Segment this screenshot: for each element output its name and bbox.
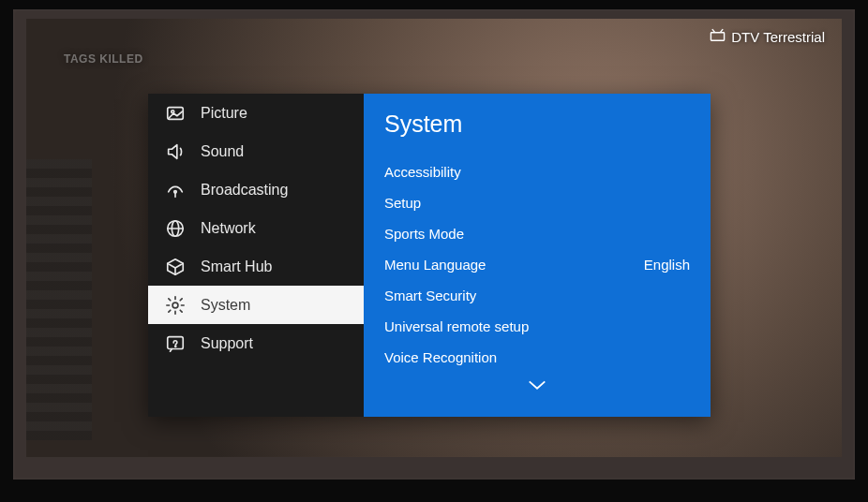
panel-item-list: AccessibilitySetupSports ModeMenu Langua… [384,156,690,373]
sound-icon [165,141,186,162]
sidebar-item-label: Support [201,335,253,352]
tv-frame: TAGS KILLED DTV Terrestrial PictureSound… [0,0,868,502]
sidebar-item-broadcasting[interactable]: Broadcasting [148,170,364,209]
panel-title: System [384,111,690,138]
sidebar-item-label: Network [201,220,256,237]
panel-item-label: Smart Security [384,288,476,303]
gear-icon [165,295,186,316]
settings-sidebar: PictureSoundBroadcastingNetworkSmart Hub… [148,94,364,417]
svg-point-12 [175,346,176,347]
sidebar-item-label: System [201,297,250,314]
settings-panel: System AccessibilitySetupSports ModeMenu… [364,94,711,417]
sidebar-item-label: Smart Hub [201,258,272,275]
satellite-icon [165,180,186,200]
panel-item-value: English [644,257,690,273]
chevron-down-icon [527,378,547,394]
panel-item-label: Setup [384,195,421,211]
cube-icon [165,257,186,277]
panel-item-accessibility[interactable]: Accessibility [384,156,690,187]
sidebar-item-label: Picture [201,105,247,122]
globe-icon [165,218,186,239]
tv-screen: TAGS KILLED DTV Terrestrial PictureSound… [26,19,842,457]
input-source-label: DTV Terrestrial [731,29,825,45]
sidebar-item-sound[interactable]: Sound [148,132,364,170]
input-source-badge: DTV Terrestrial [710,28,825,45]
settings-menu: PictureSoundBroadcastingNetworkSmart Hub… [148,94,711,417]
background-text: TAGS KILLED [64,52,143,66]
sidebar-item-picture[interactable]: Picture [148,94,364,132]
panel-item-voice-recognition[interactable]: Voice Recognition [384,342,690,373]
scroll-down-button[interactable] [527,378,547,395]
tv-antenna-icon [710,28,726,45]
picture-icon [165,103,186,124]
sidebar-item-network[interactable]: Network [148,209,364,247]
sidebar-item-label: Sound [201,143,244,160]
sidebar-item-system[interactable]: System [148,286,364,324]
panel-item-setup[interactable]: Setup [384,187,690,218]
panel-item-smart-security[interactable]: Smart Security [384,280,690,311]
panel-item-menu-language[interactable]: Menu LanguageEnglish [384,249,690,280]
svg-rect-0 [711,33,725,41]
panel-item-label: Accessibility [384,164,461,180]
sidebar-item-smart-hub[interactable]: Smart Hub [148,247,364,286]
svg-point-10 [172,303,178,308]
support-icon [165,333,186,354]
panel-item-label: Sports Mode [384,226,464,242]
panel-item-label: Universal remote setup [384,318,529,334]
panel-item-universal-remote-setup[interactable]: Universal remote setup [384,311,690,342]
panel-item-label: Menu Language [384,257,486,273]
sidebar-item-label: Broadcasting [201,182,288,199]
sidebar-item-support[interactable]: Support [148,324,364,362]
panel-item-label: Voice Recognition [384,349,497,365]
panel-item-sports-mode[interactable]: Sports Mode [384,218,690,249]
background-decoration [26,159,92,440]
